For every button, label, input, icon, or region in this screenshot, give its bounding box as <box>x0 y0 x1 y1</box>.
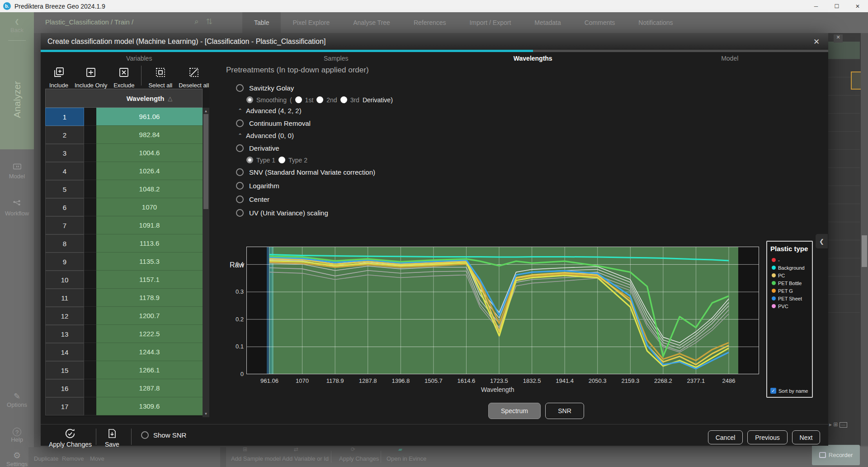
wavelength-value[interactable]: 1287.8 <box>96 379 203 397</box>
table-row[interactable]: 141244.3 <box>45 343 203 361</box>
legend-collapse-handle[interactable]: ❮ <box>816 234 828 248</box>
select-all-button[interactable]: Select all <box>145 64 175 91</box>
wavelength-value[interactable]: 1070 <box>96 198 203 216</box>
wavelength-value[interactable]: 1026.4 <box>96 162 203 180</box>
wavelength-value[interactable]: 1135.3 <box>96 253 203 271</box>
sidebar-item-analyzer[interactable]: Analyzer <box>0 57 34 141</box>
scroll-up-icon[interactable]: ▲ <box>203 109 209 113</box>
pretreatment-logarithm[interactable]: Logarithm <box>226 179 570 192</box>
bottom-action-remove[interactable]: Remove <box>62 455 84 462</box>
chevron-up-icon[interactable]: ⌃ <box>238 133 242 139</box>
tab-table[interactable]: Table <box>242 12 281 33</box>
pretreatment-savitzky-golay[interactable]: Savitzky Golay <box>226 81 570 95</box>
recorder-button[interactable]: Recorder <box>812 445 860 465</box>
wizard-step-model[interactable]: Model <box>632 52 829 64</box>
radio-icon[interactable] <box>278 157 285 163</box>
row-number[interactable]: 17 <box>45 397 84 415</box>
pretreatment-sub-options[interactable]: Smoothing(1st2nd3rdDerivative) <box>226 95 570 105</box>
row-number[interactable]: 9 <box>45 253 84 271</box>
wavelength-value[interactable]: 961.06 <box>96 108 203 126</box>
app-scrollbar[interactable] <box>861 33 868 446</box>
include-button[interactable]: Include <box>46 64 71 91</box>
radio-icon[interactable] <box>236 182 244 190</box>
bottom-action-add-variable-or-id[interactable]: Add Variable or Id <box>282 455 329 462</box>
table-row[interactable]: 71091.8 <box>45 216 203 234</box>
window-close-button[interactable]: ✕ <box>847 0 868 12</box>
radio-icon[interactable] <box>295 96 302 103</box>
legend-item-background[interactable]: Background <box>767 264 812 272</box>
sidebar-item-options[interactable]: ✎Options <box>0 391 34 408</box>
show-snr-radio[interactable]: Show SNR <box>141 431 186 439</box>
table-row[interactable]: 2982.84 <box>45 126 203 144</box>
show-snr-radio-circle[interactable] <box>141 431 149 439</box>
radio-icon[interactable] <box>236 195 244 203</box>
table-row[interactable]: 61070 <box>45 198 203 216</box>
bottom-action-add-sample-model[interactable]: Add Sample model <box>231 455 281 462</box>
wavelength-value[interactable]: 1004.6 <box>96 144 203 162</box>
table-scrollbar[interactable]: ▲ ▼ <box>203 108 209 417</box>
radio-icon[interactable] <box>340 96 347 103</box>
radio-icon[interactable] <box>316 96 323 103</box>
pretreatment-uv-unit-variance-scaling[interactable]: UV (Unit Variance) scaling <box>226 206 570 219</box>
legend-item-pc[interactable]: PC <box>767 272 812 279</box>
legend-item--[interactable]: - <box>767 256 812 264</box>
next-button[interactable]: Next <box>792 430 820 444</box>
table-row[interactable]: 161287.8 <box>45 379 203 397</box>
bottom-action-apply-changes[interactable]: Apply Changes <box>339 455 379 462</box>
bottom-action-duplicate[interactable]: Duplicate <box>34 455 58 462</box>
radio-icon[interactable] <box>236 209 244 217</box>
cancel-button[interactable]: Cancel <box>708 430 743 444</box>
row-number[interactable]: 10 <box>45 271 84 289</box>
search-icon[interactable]: ⌕ ⇅ <box>194 17 215 26</box>
include-only-button[interactable]: Include Only <box>71 64 110 91</box>
panel-close-icon[interactable]: ✕ <box>834 34 843 43</box>
wavelength-value[interactable]: 1113.6 <box>96 234 203 253</box>
wavelength-value[interactable]: 1244.3 <box>96 343 203 361</box>
row-number[interactable]: 14 <box>45 343 84 361</box>
checkbox-check-icon[interactable]: ✓ <box>770 388 776 394</box>
wavelength-value[interactable]: 1048.2 <box>96 180 203 198</box>
wizard-step-wavelengths[interactable]: Wavelengths <box>434 52 632 64</box>
tab-analyse-tree[interactable]: Analyse Tree <box>341 12 402 33</box>
chevron-up-icon[interactable]: ⌃ <box>238 108 242 114</box>
pretreatment-derivative[interactable]: Derivative <box>226 141 570 155</box>
table-row[interactable]: 1961.06 <box>45 108 203 126</box>
sidebar-item-model[interactable]: Model <box>0 162 34 180</box>
tab-pixel-explore[interactable]: Pixel Explore <box>281 12 341 33</box>
row-number[interactable]: 15 <box>45 361 84 379</box>
row-number[interactable]: 5 <box>45 180 84 198</box>
legend-item-pet-sheet[interactable]: PET Sheet <box>767 295 812 302</box>
row-number[interactable]: 7 <box>45 216 84 234</box>
sort-by-name-checkbox[interactable]: ✓ Sort by name <box>770 388 808 394</box>
row-number[interactable]: 8 <box>45 234 84 253</box>
previous-button[interactable]: Previous <box>747 430 788 444</box>
tab-notifications[interactable]: Notifications <box>627 12 684 33</box>
apply-changes-button[interactable]: Apply Changes <box>49 428 92 448</box>
sidebar-item-back[interactable]: Back <box>0 27 34 33</box>
table-row[interactable]: 151266.1 <box>45 361 203 379</box>
row-number[interactable]: 6 <box>45 198 84 216</box>
raw-spectrum-chart[interactable] <box>246 247 759 374</box>
table-scroll-thumb[interactable] <box>203 114 208 209</box>
wavelength-value[interactable]: 1200.7 <box>96 307 203 325</box>
legend-item-pet-g[interactable]: PET G <box>767 287 812 295</box>
table-row[interactable]: 51048.2 <box>45 180 203 198</box>
table-row[interactable]: 101157.1 <box>45 271 203 289</box>
dialog-close-button[interactable]: ✕ <box>811 37 822 47</box>
tab-import-export[interactable]: Import / Export <box>458 12 523 33</box>
snr-button[interactable]: SNR <box>545 403 584 419</box>
tab-metadata[interactable]: Metadata <box>523 12 572 33</box>
radio-icon[interactable] <box>236 84 244 92</box>
row-number[interactable]: 13 <box>45 325 84 343</box>
wavelength-value[interactable]: 1091.8 <box>96 216 203 234</box>
spectrum-button[interactable]: Spectrum <box>488 403 541 419</box>
wavelength-value[interactable]: 1309.6 <box>96 397 203 415</box>
back-icon[interactable]: ❮ <box>0 18 34 25</box>
deselect-all-button[interactable]: Deselect all <box>175 64 212 91</box>
playback-icons[interactable]: ▸ ⊞ ⋯ <box>829 421 847 428</box>
minimize-button[interactable]: ─ <box>806 0 826 12</box>
scroll-down-icon[interactable]: ▼ <box>203 412 209 416</box>
maximize-button[interactable]: ☐ <box>826 0 847 12</box>
advanced-toggle[interactable]: ⌃Advanced (4, 2, 2) <box>226 105 570 116</box>
legend-item-pvc[interactable]: PVC <box>767 302 812 310</box>
